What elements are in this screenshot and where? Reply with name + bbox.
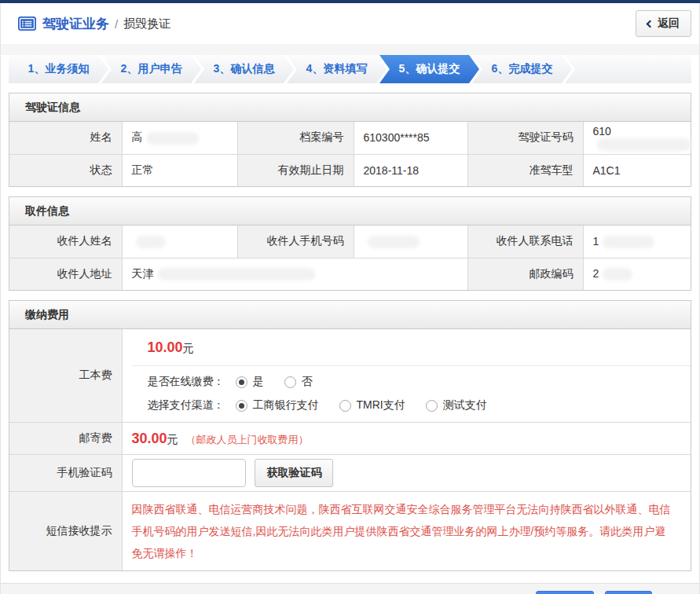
page-frame: 驾驶证业务 / 损毁换证 返回 1、业务须知 2、用户申告 3、确认信息 4、资… (0, 3, 700, 594)
footer-action-bar: 上一步 完成 (1, 583, 699, 594)
license-info-table: 姓名 高 档案编号 610300****85 驾驶证号码 610 状态 正常 有… (9, 122, 691, 186)
breadcrumb-divider: / (115, 17, 118, 31)
recipient-mobile-value (354, 226, 467, 258)
breadcrumb-current: 损毁换证 (123, 16, 170, 31)
license-section-title: 驾驶证信息 (9, 94, 691, 122)
step-2-declaration[interactable]: 2、用户申告 (101, 55, 201, 83)
pay-channel-question: 选择支付渠道： (148, 398, 225, 412)
sms-notice-text: 因陕西省联通、电信运营商技术问题，陕西省互联网交通安全综合服务管理平台无法向持陕… (122, 492, 691, 571)
table-row: 姓名 高 档案编号 610300****85 驾驶证号码 610 (9, 122, 691, 154)
vehicle-class-value: A1C1 (583, 154, 691, 186)
channel-icbc-option[interactable]: 工商银行支付 (236, 398, 319, 412)
sms-code-cell: 获取验证码 (122, 455, 691, 492)
chevron-left-icon (647, 20, 654, 28)
payment-section-title: 缴纳费用 (9, 301, 691, 329)
radio-checked-icon[interactable] (236, 400, 247, 412)
redaction-blur (603, 236, 654, 248)
card-fee-label: 工本费 (9, 329, 122, 423)
card-fee-row: 工本费 10.00元 是否在线缴费： 是 否 (9, 329, 691, 423)
channel-icbc-label: 工商银行支付 (253, 398, 319, 412)
recipient-name-value (122, 226, 237, 258)
license-list-icon (18, 16, 36, 31)
license-number-value: 610 (583, 122, 691, 154)
step-6-complete[interactable]: 6、完成提交 (472, 55, 572, 83)
card-fee-amount: 10.00 (148, 339, 183, 355)
card-fee-cell: 10.00元 是否在线缴费： 是 否 选择支 (122, 329, 691, 423)
redaction-blur (147, 132, 199, 145)
recipient-address-value: 天津 (122, 258, 467, 290)
license-number-label: 驾驶证号码 (467, 122, 583, 154)
channel-test-option[interactable]: 测试支付 (426, 398, 487, 412)
channel-tmri-option[interactable]: TMRI支付 (339, 398, 405, 412)
header-divider-strip (1, 44, 699, 55)
redaction-blur (158, 268, 315, 280)
postcode-label: 邮政编码 (467, 258, 583, 290)
post-fee-amount: 30.00 (132, 431, 167, 446)
get-code-button[interactable]: 获取验证码 (255, 459, 333, 487)
redaction-blur (603, 268, 632, 280)
license-info-section: 驾驶证信息 姓名 高 档案编号 610300****85 驾驶证号码 610 状… (9, 93, 691, 187)
post-fee-unit: 元 (167, 433, 178, 446)
post-fee-note: （邮政人员上门收取费用） (185, 434, 308, 446)
expiry-date-label: 有效期止日期 (237, 154, 354, 186)
sms-code-row: 手机验证码 获取验证码 (9, 455, 691, 492)
step-3-confirm-info[interactable]: 3、确认信息 (194, 55, 294, 83)
name-label: 姓名 (9, 122, 122, 154)
radio-unchecked-icon[interactable] (426, 400, 438, 412)
sms-notice-label: 短信接收提示 (9, 492, 122, 571)
sms-code-input[interactable] (132, 459, 246, 487)
postcode-value: 2 (583, 258, 691, 290)
post-fee-label: 邮寄费 (9, 423, 122, 455)
online-pay-yes-option[interactable]: 是 (236, 375, 264, 389)
table-row: 状态 正常 有效期止日期 2018-11-18 准驾车型 A1C1 (9, 154, 691, 186)
redaction-blur (597, 138, 691, 151)
pickup-info-table: 收件人姓名 收件人手机号码 收件人联系电话 1 收件人地址 天津 邮政编码 2 (9, 226, 691, 290)
pay-channel-question-row: 选择支付渠道： 工商银行支付 TMRI支付 测试支付 (132, 394, 691, 422)
page-header: 驾驶证业务 / 损毁换证 返回 (1, 3, 699, 44)
redaction-blur (136, 236, 166, 248)
finish-button[interactable]: 完成 (605, 591, 652, 594)
post-fee-row: 邮寄费 30.00元 （邮政人员上门收取费用） (9, 423, 691, 455)
back-button[interactable]: 返回 (636, 10, 691, 37)
previous-step-button[interactable]: 上一步 (536, 591, 594, 594)
step-bar-filler (565, 55, 691, 83)
pickup-section-title: 取件信息 (9, 197, 691, 226)
recipient-phone-value: 1 (583, 226, 691, 258)
step-5-confirm-submit[interactable]: 5、确认提交 (379, 55, 479, 83)
online-pay-yes-label: 是 (253, 375, 264, 389)
sms-code-label: 手机验证码 (9, 455, 122, 492)
vehicle-class-label: 准驾车型 (467, 154, 583, 186)
online-pay-no-label: 否 (302, 375, 313, 389)
channel-test-label: 测试支付 (443, 398, 487, 412)
file-number-value: 610300****85 (354, 122, 467, 154)
step-wizard: 1、业务须知 2、用户申告 3、确认信息 4、资料填写 5、确认提交 6、完成提… (1, 55, 699, 83)
pickup-info-section: 取件信息 收件人姓名 收件人手机号码 收件人联系电话 1 收件人地址 天津 邮政… (9, 196, 691, 291)
recipient-name-label: 收件人姓名 (9, 226, 122, 258)
status-label: 状态 (9, 154, 122, 186)
payment-section: 缴纳费用 工本费 10.00元 是否在线缴费： 是 (9, 300, 691, 571)
status-value: 正常 (122, 154, 237, 186)
page-title: 驾驶证业务 (42, 15, 109, 33)
recipient-address-label: 收件人地址 (9, 258, 122, 290)
card-fee-amount-row: 10.00元 (132, 329, 691, 366)
table-row: 收件人姓名 收件人手机号码 收件人联系电话 1 (9, 226, 691, 258)
radio-unchecked-icon[interactable] (339, 400, 351, 412)
expiry-date-value: 2018-11-18 (354, 154, 467, 186)
sms-notice-row: 短信接收提示 因陕西省联通、电信运营商技术问题，陕西省互联网交通安全综合服务管理… (9, 492, 691, 571)
recipient-phone-label: 收件人联系电话 (467, 226, 583, 258)
name-value: 高 (122, 122, 237, 154)
online-pay-question: 是否在线缴费： (148, 375, 225, 389)
radio-checked-icon[interactable] (236, 376, 247, 388)
channel-tmri-label: TMRI支付 (357, 398, 405, 412)
back-button-label: 返回 (658, 16, 680, 31)
file-number-label: 档案编号 (237, 122, 354, 154)
step-1-notice[interactable]: 1、业务须知 (9, 55, 108, 83)
online-pay-question-row: 是否在线缴费： 是 否 (132, 366, 691, 394)
post-fee-cell: 30.00元 （邮政人员上门收取费用） (122, 423, 691, 455)
recipient-mobile-label: 收件人手机号码 (237, 226, 354, 258)
table-row: 收件人地址 天津 邮政编码 2 (9, 258, 691, 290)
online-pay-no-option[interactable]: 否 (284, 375, 313, 389)
card-fee-unit: 元 (183, 342, 194, 354)
radio-unchecked-icon[interactable] (284, 376, 296, 388)
step-4-fill-data[interactable]: 4、资料填写 (287, 55, 387, 83)
